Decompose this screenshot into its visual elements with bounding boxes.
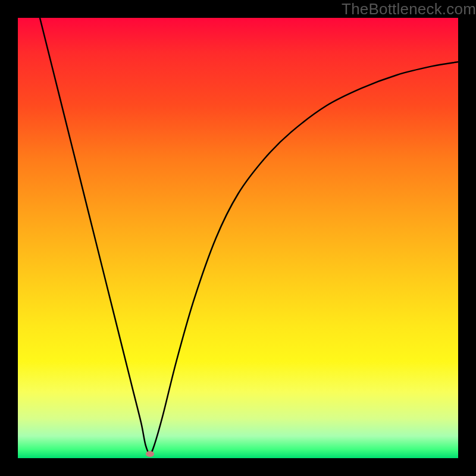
plot-area <box>18 18 458 458</box>
bottleneck-curve-path <box>40 18 458 454</box>
curve-svg <box>18 18 458 458</box>
minimum-point-marker <box>146 451 154 457</box>
watermark-label: TheBottleneck.com <box>342 0 476 18</box>
chart-container: TheBottleneck.com <box>0 0 476 476</box>
